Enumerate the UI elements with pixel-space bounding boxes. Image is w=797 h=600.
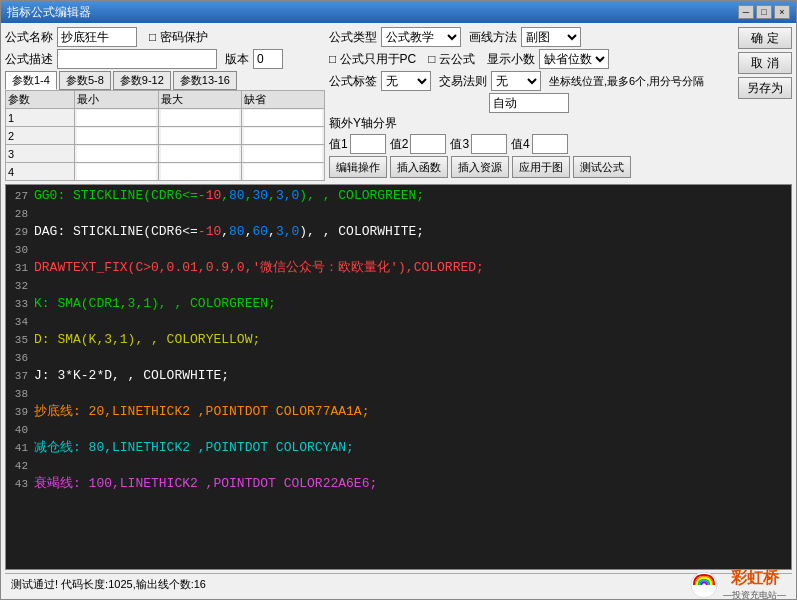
status-message: 测试通过! 代码长度:1025,输出线个数:16	[11, 577, 689, 592]
password-label: □ 密码保护	[149, 29, 208, 46]
param-row-2-col-2[interactable]	[161, 128, 239, 144]
test-formula-button[interactable]: 测试公式	[573, 156, 631, 178]
tab-params-13-16[interactable]: 参数13-16	[173, 71, 237, 90]
maximize-button[interactable]: □	[756, 5, 772, 19]
formula-name-input[interactable]	[57, 27, 137, 47]
pc-only-label: □ 公式只用于PC	[329, 51, 416, 68]
version-input[interactable]	[253, 49, 283, 69]
val3-label: 值3	[450, 136, 469, 153]
val2-input[interactable]	[410, 134, 446, 154]
right-form: 公式类型 公式教学 画线方法 副图 □ 公式只用于PC	[329, 27, 734, 178]
col-max: 最大	[158, 91, 241, 109]
brand-text: 彩虹桥 —投资充电站—	[723, 568, 786, 601]
line-content	[34, 241, 791, 259]
line-number: 38	[6, 385, 34, 403]
code-line: 33K: SMA(CDR1,3,1), , COLORGREEN;	[6, 295, 791, 313]
line-content: 抄底线: 20,LINETHICK2 ,POINTDOT COLOR77AA1A…	[34, 403, 791, 421]
close-button[interactable]: ×	[774, 5, 790, 19]
code-line: 32	[6, 277, 791, 295]
title-buttons: ─ □ ×	[738, 5, 790, 19]
apply-graph-button[interactable]: 应用于图	[512, 156, 570, 178]
line-number: 39	[6, 403, 34, 421]
line-content	[34, 421, 791, 439]
line-number: 30	[6, 241, 34, 259]
code-line: 39抄底线: 20,LINETHICK2 ,POINTDOT COLOR77AA…	[6, 403, 791, 421]
brand-logo: 彩虹桥 —投资充电站—	[689, 568, 786, 601]
line-number: 31	[6, 259, 34, 277]
code-line: 29DAG: STICKLINE(CDR6<=-10,80,60,3,0), ,…	[6, 223, 791, 241]
line-number: 37	[6, 367, 34, 385]
top-right-inner: 公式类型 公式教学 画线方法 副图 □ 公式只用于PC	[329, 27, 792, 178]
param-row-1-col-2[interactable]	[161, 110, 239, 126]
line-number: 41	[6, 439, 34, 457]
minimize-button[interactable]: ─	[738, 5, 754, 19]
param-row-4-col-2[interactable]	[161, 164, 239, 180]
coord-value-input[interactable]	[489, 93, 569, 113]
code-line: 34	[6, 313, 791, 331]
param-row-4-label: 4	[6, 163, 75, 181]
line-number: 29	[6, 223, 34, 241]
code-line: 37J: 3*K-2*D, , COLORWHITE;	[6, 367, 791, 385]
line-number: 36	[6, 349, 34, 367]
decimal-select[interactable]: 缺省位数	[539, 49, 609, 69]
param-row-3-col-1[interactable]	[77, 146, 155, 162]
formula-label-select[interactable]: 无	[381, 71, 431, 91]
formula-type-label: 公式类型	[329, 29, 377, 46]
draw-method-label: 画线方法	[469, 29, 517, 46]
confirm-buttons: 确 定 取 消 另存为	[738, 27, 792, 178]
insert-res-button[interactable]: 插入资源	[451, 156, 509, 178]
param-row-4-col-1[interactable]	[77, 164, 155, 180]
params-tabs: 参数1-4 参数5-8 参数9-12 参数13-16	[5, 71, 325, 90]
line-content: DRAWTEXT_FIX(C>0,0.01,0.9,0,'微信公众号：欧欧量化'…	[34, 259, 791, 277]
params-table: 参数 最小 最大 缺省 1234	[5, 90, 325, 181]
param-row-1-col-1[interactable]	[77, 110, 155, 126]
line-content	[34, 385, 791, 403]
version-label: 版本	[225, 51, 249, 68]
val4-input[interactable]	[532, 134, 568, 154]
y-axis-label-row: 额外Y轴分界	[329, 115, 734, 132]
param-row-2-col-3[interactable]	[244, 128, 322, 144]
param-row-3-col-3[interactable]	[244, 146, 322, 162]
param-row-3-label: 3	[6, 145, 75, 163]
tab-params-9-12[interactable]: 参数9-12	[113, 71, 171, 90]
param-row-3-col-2[interactable]	[161, 146, 239, 162]
editor-scroll[interactable]: 27GG0: STICKLINE(CDR6<=-10,80,30,3,0), ,…	[6, 185, 791, 569]
formula-label-label: 公式标签	[329, 73, 377, 90]
cloud-label: □ 云公式	[428, 51, 475, 68]
draw-method-select[interactable]: 副图	[521, 27, 581, 47]
content-area: 公式名称 □ 密码保护 公式描述 版本 参数1-4 参数5-8 参数9-	[1, 23, 796, 599]
col-default: 缺省	[241, 91, 324, 109]
code-line: 40	[6, 421, 791, 439]
decimal-label: 显示小数	[487, 51, 535, 68]
param-row-2-col-1[interactable]	[77, 128, 155, 144]
line-number: 32	[6, 277, 34, 295]
line-content	[34, 457, 791, 475]
tab-params-5-8[interactable]: 参数5-8	[59, 71, 111, 90]
options-row: □ 公式只用于PC □ 云公式 显示小数 缺省位数	[329, 49, 734, 69]
param-row-4-col-3[interactable]	[244, 164, 322, 180]
save-as-button[interactable]: 另存为	[738, 77, 792, 99]
brand-name: 彩虹桥	[731, 568, 779, 589]
line-number: 35	[6, 331, 34, 349]
confirm-button[interactable]: 确 定	[738, 27, 792, 49]
code-editor[interactable]: 27GG0: STICKLINE(CDR6<=-10,80,30,3,0), ,…	[5, 184, 792, 570]
line-number: 43	[6, 475, 34, 493]
param-row-1-col-3[interactable]	[244, 110, 322, 126]
edit-ops-button[interactable]: 编辑操作	[329, 156, 387, 178]
tab-params-1-4[interactable]: 参数1-4	[5, 71, 57, 90]
line-content	[34, 277, 791, 295]
cancel-button[interactable]: 取 消	[738, 52, 792, 74]
insert-func-button[interactable]: 插入函数	[390, 156, 448, 178]
line-content: D: SMA(K,3,1), , COLORYELLOW;	[34, 331, 791, 349]
val2-label: 值2	[390, 136, 409, 153]
brand-subtitle: —投资充电站—	[723, 589, 786, 601]
status-bar: 测试通过! 代码长度:1025,输出线个数:16 彩虹桥 —投资充电站—	[5, 573, 792, 595]
val3-input[interactable]	[471, 134, 507, 154]
description-input[interactable]	[57, 49, 217, 69]
val1-input[interactable]	[350, 134, 386, 154]
formula-type-select[interactable]: 公式教学	[381, 27, 461, 47]
param-row-2-label: 2	[6, 127, 75, 145]
code-line: 41减仓线: 80,LINETHICK2 ,POINTDOT COLORCYAN…	[6, 439, 791, 457]
trade-rule-select[interactable]: 无	[491, 71, 541, 91]
line-content: GG0: STICKLINE(CDR6<=-10,80,30,3,0), , C…	[34, 187, 791, 205]
